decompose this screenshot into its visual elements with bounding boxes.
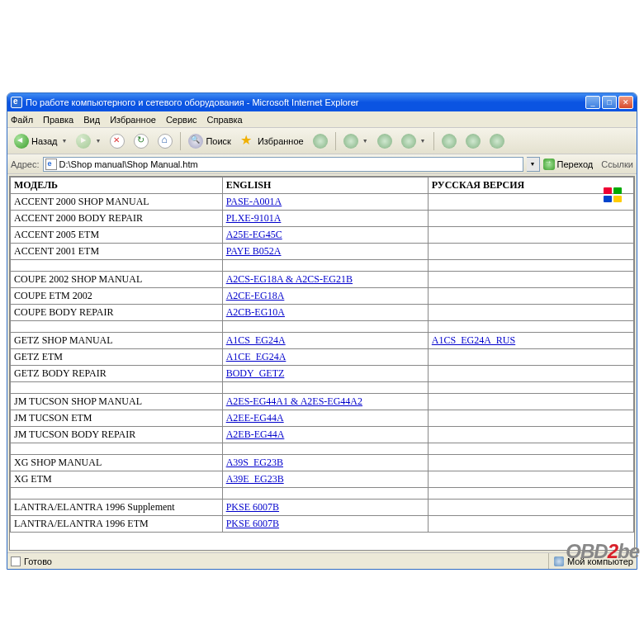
separator <box>433 132 434 150</box>
menu-favorites[interactable]: Избранное <box>110 115 156 125</box>
menu-view[interactable]: Вид <box>83 115 100 125</box>
home-button[interactable] <box>154 130 176 152</box>
favorites-button[interactable]: Избранное <box>237 130 307 152</box>
history-button[interactable] <box>310 130 331 152</box>
status-text: Готово <box>24 556 52 566</box>
cell-english: A2CE-EG18A <box>222 288 428 305</box>
mail-icon <box>343 134 358 149</box>
cell-english: A39S_EG23B <box>222 455 428 471</box>
cell-model: COUPE ETM 2002 <box>11 288 223 305</box>
spacer-row <box>11 260 634 272</box>
titlebar: По работе компьютерного и сетевого обору… <box>7 93 637 111</box>
english-link[interactable]: A2ES-EG44A1 & A2ES-EG44A2 <box>226 395 362 407</box>
cell-model: ACCENT 2000 SHOP MANUAL <box>11 194 223 211</box>
menu-help[interactable]: Справка <box>207 115 243 125</box>
table-row: COUPE ETM 2002A2CE-EG18A <box>11 288 634 305</box>
cell-model: COUPE BODY REPAIR <box>11 305 223 321</box>
maximize-button[interactable]: □ <box>602 96 617 109</box>
spacer-row <box>11 382 634 394</box>
english-link[interactable]: A2CE-EG18A <box>226 290 285 301</box>
addressbar: Адрес: D:\Shop manual\Shop Manual.htm ▼ … <box>7 154 637 174</box>
cell-english: BODY_GETZ <box>222 366 428 382</box>
research-button[interactable] <box>462 130 484 152</box>
russian-link[interactable]: A1CS_EG24A_RUS <box>432 334 515 346</box>
english-link[interactable]: PKSE 6007B <box>226 518 279 529</box>
english-link[interactable]: A25E-EG45C <box>226 229 282 240</box>
cell-model: JM TUCSON SHOP MANUAL <box>11 394 223 410</box>
watermark: OBD2be <box>566 540 639 563</box>
messenger-button[interactable] <box>486 130 508 152</box>
cell-english: A39E_EG23B <box>222 471 428 488</box>
cell-english: A1CE_EG24A <box>222 349 428 366</box>
cell-model: JM TUCSON ETM <box>11 410 223 427</box>
mail-button[interactable]: ▼ <box>340 130 372 152</box>
edit-button[interactable]: ▼ <box>398 130 429 152</box>
refresh-icon <box>134 134 149 149</box>
english-link[interactable]: PLXE-9101A <box>226 212 282 224</box>
spacer-row <box>11 488 634 500</box>
cell-english: A2CS-EG18A & A2CS-EG21B <box>222 272 428 288</box>
window-title: По работе компьютерного и сетевого обору… <box>26 97 585 107</box>
back-button[interactable]: Назад ▼ <box>11 130 70 152</box>
star-icon <box>240 134 255 149</box>
cell-model: ACCENT 2000 BODY REPAIR <box>11 211 223 227</box>
go-button[interactable]: Переход <box>543 159 594 170</box>
discuss-button[interactable] <box>438 130 460 152</box>
english-link[interactable]: PAYE B052A <box>226 245 282 257</box>
table-row: ACCENT 2005 ETMA25E-EG45C <box>11 227 634 244</box>
page-icon <box>45 159 57 170</box>
cell-russian <box>428 427 633 443</box>
cell-russian <box>428 349 633 366</box>
cell-english: A25E-EG45C <box>222 227 428 244</box>
print-button[interactable] <box>374 130 395 152</box>
minimize-button[interactable]: _ <box>585 96 600 109</box>
english-link[interactable]: A2CS-EG18A & A2CS-EG21B <box>226 273 353 285</box>
stop-button[interactable] <box>107 130 128 152</box>
english-link[interactable]: A1CS_EG24A <box>226 334 286 346</box>
table-row: JM TUCSON SHOP MANUALA2ES-EG44A1 & A2ES-… <box>11 394 634 410</box>
cell-model: ACCENT 2001 ETM <box>11 244 223 260</box>
english-link[interactable]: A1CE_EG24A <box>226 351 286 362</box>
close-button[interactable]: ✕ <box>618 96 633 109</box>
zone-icon <box>554 556 564 566</box>
forward-button[interactable]: ▼ <box>73 130 104 152</box>
chevron-down-icon: ▼ <box>95 138 101 144</box>
cell-russian <box>428 305 633 321</box>
table-header-row: МОДЕЛЬ ENGLISH РУССКАЯ ВЕРСИЯ <box>11 178 634 194</box>
table-row: LANTRA/ELANTRA 1996 SupplementPKSE 6007B <box>11 500 634 516</box>
english-link[interactable]: A39S_EG23B <box>226 457 283 468</box>
spacer-row <box>11 443 634 455</box>
address-input[interactable]: D:\Shop manual\Shop Manual.htm <box>43 157 523 172</box>
home-icon <box>158 134 173 149</box>
edit-icon <box>401 134 416 149</box>
table-row: LANTRA/ELANTRA 1996 ETMPKSE 6007B <box>11 516 634 533</box>
forward-icon <box>76 134 91 149</box>
address-dropdown[interactable]: ▼ <box>527 157 540 172</box>
links-label[interactable]: Ссылки <box>601 159 633 169</box>
cell-russian <box>428 516 633 533</box>
statusbar: Готово Мой компьютер <box>7 552 637 569</box>
discuss-icon <box>442 134 457 149</box>
menu-file[interactable]: Файл <box>11 115 33 125</box>
menu-edit[interactable]: Правка <box>43 115 73 125</box>
cell-model: GETZ BODY REPAIR <box>11 366 223 382</box>
english-link[interactable]: A2EE-EG44A <box>226 412 284 424</box>
cell-model: ACCENT 2005 ETM <box>11 227 223 244</box>
go-icon <box>543 159 555 170</box>
back-icon <box>14 134 29 149</box>
english-link[interactable]: A2CB-EG10A <box>226 306 285 318</box>
table-row: ACCENT 2000 SHOP MANUALPASE-A001A <box>11 194 634 211</box>
chevron-down-icon: ▼ <box>420 138 426 144</box>
refresh-button[interactable] <box>130 130 152 152</box>
english-link[interactable]: PASE-A001A <box>226 196 282 207</box>
cell-russian <box>428 471 633 488</box>
ie-icon <box>11 97 22 108</box>
manuals-table: МОДЕЛЬ ENGLISH РУССКАЯ ВЕРСИЯ ACCENT 200… <box>10 177 634 533</box>
english-link[interactable]: BODY_GETZ <box>226 367 285 379</box>
search-button[interactable]: Поиск <box>185 130 234 152</box>
menu-tools[interactable]: Сервис <box>166 115 197 125</box>
english-link[interactable]: A39E_EG23B <box>226 473 284 485</box>
cell-russian <box>428 272 633 288</box>
english-link[interactable]: A2EB-EG44A <box>226 429 285 440</box>
english-link[interactable]: PKSE 6007B <box>226 501 279 513</box>
